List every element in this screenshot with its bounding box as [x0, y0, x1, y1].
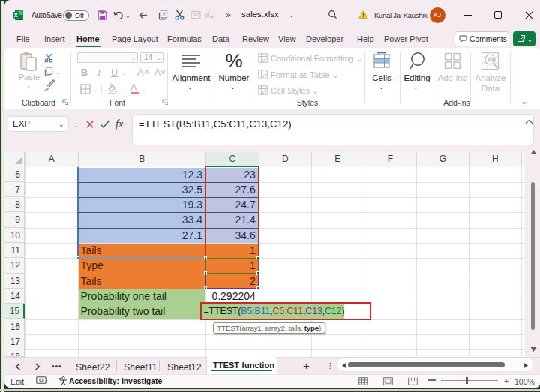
- svg-text:%: %: [225, 51, 242, 70]
- svg-text:X: X: [14, 12, 18, 19]
